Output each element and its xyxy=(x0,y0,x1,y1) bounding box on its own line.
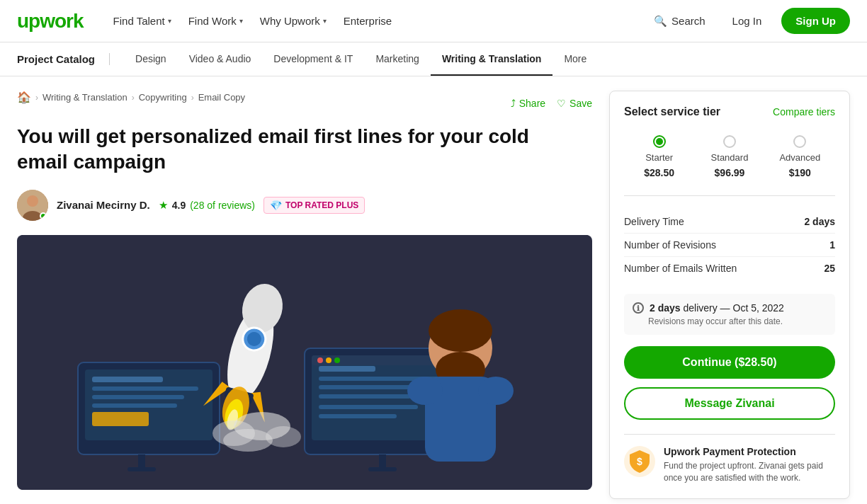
tier-advanced[interactable]: Advanced $190 xyxy=(765,130,835,184)
chevron-down-icon: ▾ xyxy=(168,17,171,25)
svg-rect-9 xyxy=(92,403,177,408)
project-catalog-title: Project Catalog xyxy=(17,53,110,65)
emails-written-row: Number of Emails Written 25 xyxy=(624,257,835,280)
nav-why-upwork[interactable]: Why Upwork ▾ xyxy=(253,11,334,31)
delivery-days: 2 days xyxy=(650,302,681,314)
svg-point-1 xyxy=(27,195,38,207)
tier-advanced-radio xyxy=(793,135,806,148)
login-button[interactable]: Log In xyxy=(724,11,771,31)
svg-rect-15 xyxy=(319,366,375,372)
nav-find-talent[interactable]: Find Talent ▾ xyxy=(106,11,178,31)
breadcrumb-sep: › xyxy=(191,93,194,103)
compare-tiers-button[interactable]: Compare tiers xyxy=(773,106,835,118)
svg-text:$: $ xyxy=(637,456,642,467)
delivery-note-sub: Revisions may occur after this date. xyxy=(648,316,827,326)
continue-button[interactable]: Continue ($28.50) xyxy=(624,346,835,379)
svg-rect-20 xyxy=(319,414,397,418)
nav-find-talent-label: Find Talent xyxy=(113,15,165,27)
sub-nav-dev-it[interactable]: Development & IT xyxy=(262,43,364,76)
save-label: Save xyxy=(570,98,592,109)
chevron-down-icon: ▾ xyxy=(239,17,243,25)
search-label: Search xyxy=(672,15,706,27)
search-button[interactable]: 🔍 Search xyxy=(647,11,713,32)
sub-nav-marketing[interactable]: Marketing xyxy=(364,43,430,76)
save-button[interactable]: ♡ Save xyxy=(557,98,592,109)
sub-nav-design[interactable]: Design xyxy=(124,43,178,76)
content-area: 🏠 › Writing & Translation › Copywriting … xyxy=(17,91,592,499)
svg-point-38 xyxy=(429,309,492,352)
svg-point-24 xyxy=(334,357,340,363)
svg-rect-12 xyxy=(128,467,156,471)
avatar xyxy=(17,190,48,221)
upwork-logo[interactable]: upwork xyxy=(17,10,84,33)
breadcrumb: 🏠 › Writing & Translation › Copywriting … xyxy=(17,91,245,104)
svg-point-22 xyxy=(317,357,323,363)
revisions-value: 1 xyxy=(829,239,835,251)
shield-icon: $ xyxy=(624,446,655,477)
breadcrumb-email-copy[interactable]: Email Copy xyxy=(198,92,245,103)
select-tier-label: Select service tier xyxy=(624,105,720,118)
tier-standard[interactable]: Standard $96.99 xyxy=(694,130,764,184)
delivery-time-label: Delivery Time xyxy=(624,216,684,227)
svg-rect-7 xyxy=(92,386,198,391)
nav-find-work-label: Find Work xyxy=(188,15,237,27)
breadcrumb-row: 🏠 › Writing & Translation › Copywriting … xyxy=(17,91,592,115)
search-icon: 🔍 xyxy=(654,15,667,28)
review-count[interactable]: (28 of reviews) xyxy=(190,200,255,211)
breadcrumb-writing-translation[interactable]: Writing & Translation xyxy=(42,92,128,103)
tier-standard-radio xyxy=(723,135,736,148)
main-content: 🏠 › Writing & Translation › Copywriting … xyxy=(0,76,867,504)
emails-written-label: Number of Emails Written xyxy=(624,263,737,274)
tier-starter-price: $28.50 xyxy=(644,167,674,178)
page-title: You will get personalized email first li… xyxy=(17,124,555,176)
delivery-note-main: ℹ 2 days delivery — Oct 5, 2022 xyxy=(633,302,827,314)
svg-rect-19 xyxy=(319,405,418,409)
sub-nav-more[interactable]: More xyxy=(552,43,598,76)
breadcrumb-copywriting[interactable]: Copywriting xyxy=(139,92,187,103)
nav-enterprise[interactable]: Enterprise xyxy=(336,11,399,31)
tier-standard-price: $96.99 xyxy=(715,167,745,178)
details-table: Delivery Time 2 days Number of Revisions… xyxy=(624,210,835,280)
author-name[interactable]: Zivanai Mecirny D. xyxy=(57,199,150,211)
tier-starter-label: Starter xyxy=(645,152,673,163)
sidebar: Select service tier Compare tiers Starte… xyxy=(609,91,850,499)
tier-header: Select service tier Compare tiers xyxy=(624,105,835,118)
pricing-card: Select service tier Compare tiers Starte… xyxy=(609,91,850,499)
svg-rect-18 xyxy=(319,394,411,399)
svg-rect-10 xyxy=(92,412,149,426)
home-icon[interactable]: 🏠 xyxy=(17,91,31,104)
share-button[interactable]: ⤴ Share xyxy=(511,98,545,109)
tier-selector: Starter $28.50 Standard $96.99 Advanced … xyxy=(624,130,835,196)
chevron-down-icon: ▾ xyxy=(323,17,327,25)
nav-find-work[interactable]: Find Work ▾ xyxy=(181,11,250,31)
svg-point-42 xyxy=(478,377,514,405)
tier-starter-radio xyxy=(653,135,666,148)
sub-nav-writing-translation[interactable]: Writing & Translation xyxy=(431,43,553,76)
rating-score: 4.9 xyxy=(172,200,186,211)
message-button[interactable]: Message Zivanai xyxy=(624,387,835,420)
main-nav: Find Talent ▾ Find Work ▾ Why Upwork ▾ E… xyxy=(106,11,630,31)
info-icon: ℹ xyxy=(633,302,644,314)
nav-why-upwork-label: Why Upwork xyxy=(260,15,320,27)
share-save-area: ⤴ Share ♡ Save xyxy=(511,98,592,109)
svg-rect-8 xyxy=(92,395,184,399)
sub-nav: Project Catalog Design Video & Audio Dev… xyxy=(0,42,867,76)
breadcrumb-sep: › xyxy=(132,93,135,103)
svg-rect-11 xyxy=(138,454,145,469)
delivery-time-value: 2 days xyxy=(804,216,835,227)
svg-rect-25 xyxy=(379,454,386,469)
online-indicator xyxy=(40,212,47,219)
emails-written-value: 25 xyxy=(824,263,835,274)
delivery-note-text: 2 days delivery — Oct 5, 2022 xyxy=(650,302,784,314)
payment-protection: $ Upwork Payment Protection Fund the pro… xyxy=(624,434,835,484)
signup-button[interactable]: Sign Up xyxy=(781,8,850,34)
breadcrumb-sep: › xyxy=(35,93,38,103)
delivery-note: ℹ 2 days delivery — Oct 5, 2022 Revision… xyxy=(624,294,835,335)
hero-illustration xyxy=(17,235,592,490)
sub-nav-video-audio[interactable]: Video & Audio xyxy=(178,43,263,76)
tier-standard-label: Standard xyxy=(711,152,749,163)
svg-point-23 xyxy=(326,357,332,363)
tier-starter[interactable]: Starter $28.50 xyxy=(624,130,694,184)
payment-text: Upwork Payment Protection Fund the proje… xyxy=(664,446,835,484)
sub-nav-items: Design Video & Audio Development & IT Ma… xyxy=(124,43,598,76)
